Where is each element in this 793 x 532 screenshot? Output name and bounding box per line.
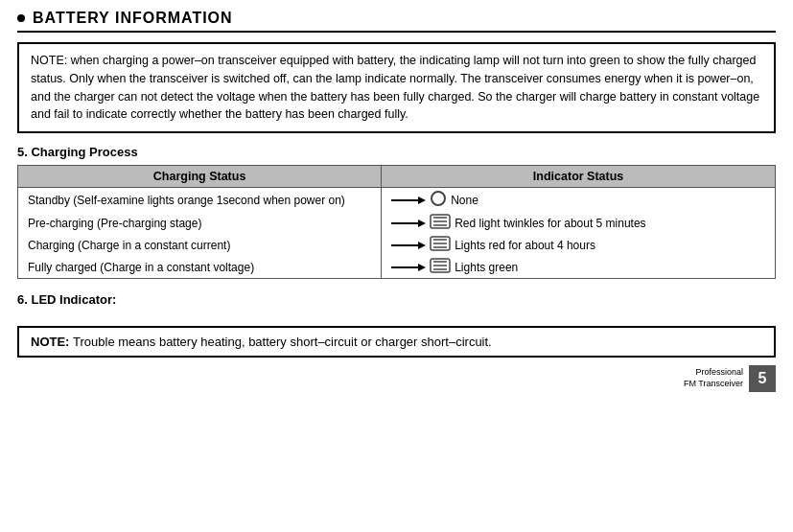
charging-process-heading: 5. Charging Process <box>17 145 776 159</box>
note-box-2: NOTE: Trouble means battery heating, bat… <box>17 326 776 358</box>
note1-text: NOTE: when charging a power–on transceiv… <box>31 54 759 121</box>
footer-line1: Professional <box>695 367 743 377</box>
indicator-text: None <box>451 194 478 207</box>
indicator-cell: None <box>382 188 776 213</box>
charging-status-header: Charging Status <box>18 166 382 188</box>
footer: Professional FM Transceiver 5 <box>17 365 776 392</box>
indicator-status-header: Indicator Status <box>382 166 776 188</box>
charging-table-header-row: Charging Status Indicator Status <box>18 166 776 188</box>
indicator-text: Lights green <box>455 261 518 274</box>
led-icon <box>430 258 451 276</box>
note2-text: Trouble means battery heating, battery s… <box>73 335 492 349</box>
charging-row: Fully charged (Charge in a constant volt… <box>18 256 776 279</box>
charging-status-cell: Pre-charging (Pre-charging stage) <box>18 212 382 234</box>
led-icon <box>430 190 447 210</box>
page-title-row: BATTERY INFORMATION <box>17 10 776 33</box>
note2-bold: NOTE: <box>31 335 73 349</box>
charging-row: Charging (Charge in a constant current) … <box>18 234 776 256</box>
indicator-cell: Red light twinkles for about 5 minutes <box>382 212 776 234</box>
charging-row: Standby (Self-examine lights orange 1sec… <box>18 188 776 213</box>
svg-marker-10 <box>418 242 426 249</box>
charging-status-cell: Fully charged (Charge in a constant volt… <box>18 256 382 279</box>
note-box-1: NOTE: when charging a power–on transceiv… <box>17 42 776 133</box>
charging-process-table: Charging Status Indicator Status Standby… <box>17 165 776 279</box>
bullet-icon <box>17 14 25 22</box>
indicator-cell: Lights red for about 4 hours <box>382 234 776 256</box>
page-title: BATTERY INFORMATION <box>33 10 233 27</box>
charging-row: Pre-charging (Pre-charging stage) Red li… <box>18 212 776 234</box>
led-icon <box>430 236 451 254</box>
svg-marker-16 <box>418 264 426 271</box>
footer-text: Professional FM Transceiver <box>684 367 743 389</box>
svg-point-2 <box>431 192 445 205</box>
led-indicator-heading: 6. LED Indicator: <box>17 292 776 307</box>
svg-marker-4 <box>418 220 426 227</box>
indicator-text: Red light twinkles for about 5 minutes <box>455 217 645 230</box>
led-icon <box>430 214 451 232</box>
page-number: 5 <box>749 365 776 392</box>
charging-status-cell: Charging (Charge in a constant current) <box>18 234 382 256</box>
svg-marker-1 <box>418 197 426 204</box>
indicator-text: Lights red for about 4 hours <box>455 239 595 252</box>
indicator-cell: Lights green <box>382 256 776 279</box>
footer-line2: FM Transceiver <box>684 379 743 388</box>
charging-status-cell: Standby (Self-examine lights orange 1sec… <box>18 188 382 213</box>
